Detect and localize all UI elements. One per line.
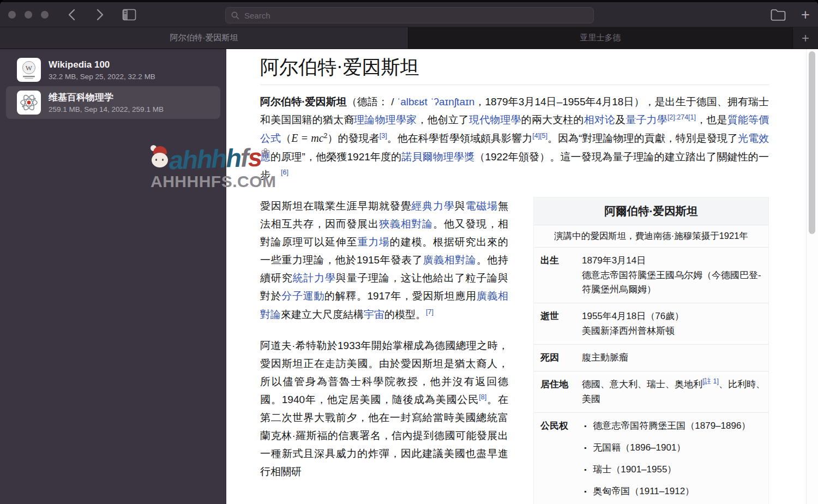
- search-input[interactable]: [243, 10, 588, 21]
- wiki-link[interactable]: 狹義相對論: [379, 218, 433, 230]
- text-segment: 愛因斯坦在職業生涯早期就發覺: [260, 200, 411, 212]
- infobox-label: 出生: [534, 248, 579, 303]
- citizenship-item: 奥匈帝国（1911–1912）: [584, 485, 765, 498]
- text-segment: 2: [324, 132, 328, 140]
- text-segment: 的模型。: [384, 309, 426, 320]
- tab-label: 阿尔伯特·爱因斯坦: [170, 33, 238, 43]
- wiki-link[interactable]: 電磁場: [466, 200, 498, 212]
- body-paragraph: 阿道夫·希特勒於1933年開始掌權成為德國總理之時，愛因斯坦正在走訪美國。由於愛…: [260, 337, 508, 481]
- wiki-link[interactable]: 重力場: [357, 236, 389, 248]
- article-columns: 愛因斯坦在職業生涯早期就發覺經典力學與電磁場無法相互共存，因而發展出狹義相對論。…: [260, 197, 769, 504]
- citizenship-item: 德意志帝国符腾堡王国（1879–1896）: [584, 420, 765, 433]
- wiki-link[interactable]: 諾貝爾物理學獎: [401, 151, 474, 163]
- citizenship-list: 德意志帝国符腾堡王国（1879–1896）无国籍（1896–1901）瑞士（19…: [582, 420, 765, 504]
- wiki-link[interactable]: 理論物理學家: [354, 114, 417, 125]
- wiki-link[interactable]: 宇宙: [364, 309, 384, 320]
- infobox-row: 居住地德國、意大利、瑞士、奥地利[註 1]、比利時、美國: [534, 371, 768, 413]
- text-segment: 及: [615, 114, 625, 125]
- citizenship-item: 无国籍（1896–1901）: [584, 442, 765, 454]
- text-segment: 腹主動脈瘤: [582, 352, 628, 363]
- wiki-link[interactable]: 量子力學: [625, 114, 667, 125]
- library-item-title: Wikipedia 100: [49, 59, 155, 70]
- infobox-body: 出生1879年3月14日德意志帝国符騰堡王國乌尔姆（今德國巴登-符騰堡州烏爾姆）…: [534, 248, 768, 504]
- minimize-button[interactable]: [25, 11, 32, 19]
- text-segment: ，他创立了: [417, 114, 469, 125]
- text-segment: 的解釋。1917年，愛因斯坦應用: [324, 290, 477, 302]
- infobox-caption: 演講中的愛因斯坦，費迪南德·施穆策摄于1921年: [534, 225, 768, 248]
- infobox-row: 逝世1955年4月18日（76歲）美國新泽西州普林斯顿: [534, 303, 768, 345]
- tab-einstein[interactable]: 阿尔伯特·爱因斯坦: [0, 27, 408, 49]
- add-zim-button[interactable]: +: [796, 5, 815, 24]
- wiki-link[interactable]: 現代物理學: [469, 114, 521, 125]
- tab-aristotle[interactable]: 亚里士多德: [408, 27, 792, 49]
- sidebar-toggle-button[interactable]: [122, 9, 136, 21]
- infobox: 阿爾伯特·爱因斯坦 演講中的愛因斯坦，費迪南德·施穆策摄于1921年 出生187…: [533, 197, 769, 504]
- wiki-link[interactable]: 廣義相對論: [423, 254, 476, 266]
- wiki-link[interactable]: [6]: [281, 169, 288, 176]
- wiki-link[interactable]: [8]: [479, 393, 486, 400]
- forward-button[interactable]: [93, 8, 107, 22]
- infobox-value: 1879年3月14日德意志帝国符騰堡王國乌尔姆（今德國巴登-符騰堡州烏爾姆）: [579, 248, 768, 303]
- infobox-row: 死因腹主動脈瘤: [534, 345, 768, 371]
- text-segment: 。因為“對理論物理的貢獻，特別是發現了: [548, 133, 738, 144]
- sidebar-toggle-icon: [122, 9, 136, 21]
- tab-bar: 阿尔伯特·爱因斯坦 亚里士多德 +: [0, 27, 818, 49]
- new-tab-button[interactable]: +: [792, 27, 818, 49]
- wiki-link[interactable]: [7]: [426, 308, 434, 315]
- text-segment: 阿尔伯特·爱因斯坦: [260, 96, 347, 107]
- wiki-link[interactable]: ˈalbɛʁt ˈʔaɪnʃtaɪn: [397, 96, 474, 107]
- text-segment: 與: [455, 200, 466, 212]
- article-left-column: 愛因斯坦在職業生涯早期就發覺經典力學與電磁場無法相互共存，因而發展出狹義相對論。…: [260, 197, 508, 494]
- wiki-link[interactable]: [註 1]: [702, 378, 719, 386]
- library-sidebar: W Wikipedia 100 32.2 MB, Sep 25, 2022, 3…: [0, 49, 226, 504]
- titlebar: +: [0, 2, 818, 27]
- infobox-label: 公民权: [534, 413, 579, 504]
- text-segment: 。他在科學哲學領域頗具影響力: [387, 133, 533, 144]
- main-area: W Wikipedia 100 32.2 MB, Sep 25, 2022, 3…: [0, 49, 818, 504]
- text-segment: 德意志帝国符騰堡王國乌尔姆（今德國巴登-符騰堡州烏爾姆）: [582, 270, 761, 295]
- wiki-link[interactable]: 相对论: [584, 114, 615, 125]
- wiki-link[interactable]: 分子運動: [281, 290, 324, 302]
- folder-icon: [770, 8, 786, 21]
- back-button[interactable]: [64, 8, 79, 22]
- search-field[interactable]: [225, 7, 594, 23]
- text-segment: （: [281, 133, 291, 144]
- library-item-meta: 259.1 MB, Sep 14, 2022, 259.1 MB: [49, 105, 164, 113]
- text-segment: 的原理”，他榮獲1921年度的: [270, 151, 401, 163]
- sidebar-item-wikipedia-100[interactable]: W Wikipedia 100 32.2 MB, Sep 25, 2022, 3…: [6, 53, 220, 86]
- text-segment: E = mc: [291, 132, 323, 144]
- text-segment: 的兩大支柱的: [521, 114, 584, 125]
- infobox-value: 1955年4月18日（76歲）美國新泽西州普林斯顿: [579, 303, 768, 344]
- text-segment: 來建立大尺度結構: [281, 309, 364, 320]
- wiki-link[interactable]: [2]:274[1]: [667, 113, 696, 121]
- infobox-label: 居住地: [534, 371, 579, 412]
- sidebar-item-physics[interactable]: 维基百科物理学 259.1 MB, Sep 14, 2022, 259.1 MB: [6, 86, 220, 119]
- chevron-right-icon: [97, 9, 104, 21]
- atom-icon: [17, 91, 41, 115]
- article-title: 阿尔伯特·爱因斯坦: [260, 55, 769, 85]
- text-segment: 。在第二次世界大戰前夕，他在一封寫給當時美國總統富蘭克林·羅斯福的信裏署名，信內…: [260, 394, 508, 477]
- text-segment: 美國新泽西州普林斯顿: [582, 326, 675, 336]
- wiki-link[interactable]: [4][5]: [532, 132, 548, 140]
- infobox-title: 阿爾伯特·爱因斯坦: [534, 197, 768, 225]
- wiki-link[interactable]: 統計力學: [292, 272, 335, 284]
- text-segment: 1955年4月18日（76歲）: [582, 311, 684, 321]
- app-window: + 阿尔伯特·爱因斯坦 亚里士多德 + W: [0, 0, 818, 504]
- text-segment: 阿道夫·希特勒於1933年開始掌權成為德國總理之時，愛因斯坦正在走訪美國。由於愛…: [260, 340, 508, 405]
- text-segment: （德語： /: [347, 96, 397, 107]
- search-icon: [231, 11, 239, 20]
- text-segment: ）的發現者: [328, 133, 380, 144]
- library-item-meta: 32.2 MB, Sep 25, 2022, 32.2 MB: [49, 73, 155, 81]
- wikipedia-icon: W: [17, 58, 41, 82]
- text-segment: ，也是: [696, 114, 727, 125]
- infobox-value: 腹主動脈瘤: [579, 345, 768, 371]
- zoom-button[interactable]: [41, 11, 49, 19]
- scrollbar-thumb[interactable]: [809, 51, 815, 234]
- wiki-link[interactable]: 經典力學: [411, 200, 454, 212]
- tab-label: 亚里士多德: [580, 33, 621, 43]
- infobox-value: 德意志帝国符腾堡王国（1879–1896）无国籍（1896–1901）瑞士（19…: [579, 413, 768, 504]
- article-view: 阿尔伯特·爱因斯坦 阿尔伯特·爱因斯坦（德語： / ˈalbɛʁt ˈʔaɪnʃ…: [226, 49, 818, 504]
- open-library-button[interactable]: [770, 8, 789, 22]
- wiki-link[interactable]: [3]: [380, 132, 387, 140]
- close-button[interactable]: [8, 11, 16, 19]
